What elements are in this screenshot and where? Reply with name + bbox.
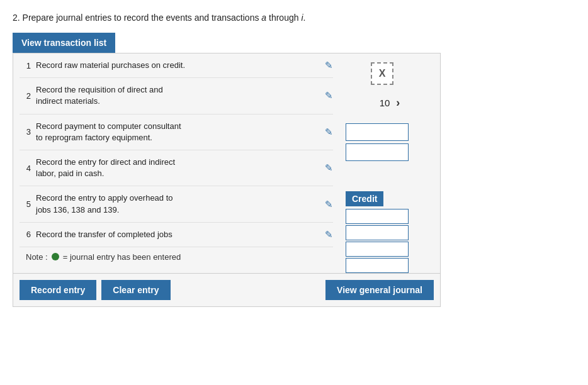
list-item: 6 Record the transfer of completed jobs … [20, 223, 333, 247]
next-page-button[interactable]: › [396, 96, 400, 109]
transaction-list: 1 Record raw material purchases on credi… [13, 53, 339, 273]
edit-icon[interactable]: ✎ [325, 162, 333, 174]
credit-input-4[interactable] [346, 258, 409, 273]
item-number: 4 [20, 164, 31, 173]
footer-buttons: Record entry Clear entry View general jo… [13, 273, 440, 306]
item-desc: Record the entry to apply overhead tojob… [36, 192, 316, 215]
view-transaction-button[interactable]: View transaction list [13, 33, 115, 53]
close-button[interactable]: X [371, 62, 393, 85]
page-number: 10 [380, 98, 390, 108]
list-item: 1 Record raw material purchases on credi… [20, 53, 333, 78]
item-desc: Record payment to computer consultantto … [36, 121, 316, 143]
content-area: 1 Record raw material purchases on credi… [13, 53, 440, 273]
main-panel: 1 Record raw material purchases on credi… [13, 53, 441, 307]
item-desc: Record the entry for direct and indirect… [36, 157, 316, 179]
edit-icon[interactable]: ✎ [325, 126, 333, 138]
list-item: 3 Record payment to computer consultantt… [20, 114, 333, 150]
record-entry-button[interactable]: Record entry [20, 280, 96, 300]
credit-input-1[interactable] [346, 209, 409, 224]
edit-icon[interactable]: ✎ [325, 199, 333, 210]
credit-label: Credit [346, 191, 383, 206]
item-number: 5 [20, 199, 31, 209]
edit-icon[interactable]: ✎ [325, 60, 333, 71]
note-label: Note : [26, 252, 48, 262]
item-number: 1 [20, 61, 31, 70]
credit-inputs [346, 209, 409, 273]
credit-input-3[interactable] [346, 242, 409, 257]
debit-input-2[interactable] [346, 143, 409, 161]
list-item: 2 Record the requisition of direct andin… [20, 78, 333, 114]
right-panel-inner: X 10 › Credit [339, 53, 440, 273]
debit-inputs [339, 116, 409, 162]
item-desc: Record the requisition of direct andindi… [36, 84, 316, 107]
item-number: 3 [20, 127, 31, 137]
page-nav: 10 › [339, 90, 440, 116]
right-panel: X 10 › Credit [339, 53, 440, 273]
item-desc: Record the transfer of completed jobs [36, 229, 316, 240]
view-general-journal-button[interactable]: View general journal [325, 280, 434, 300]
list-item: 4 Record the entry for direct and indire… [20, 150, 333, 186]
item-desc: Record raw material purchases on credit. [36, 60, 316, 71]
list-item: 5 Record the entry to apply overhead toj… [20, 186, 333, 222]
instruction-text: 2. Prepare journal entries to record the… [13, 13, 575, 23]
item-number: 6 [20, 230, 31, 239]
debit-input-1[interactable] [346, 123, 409, 141]
credit-input-2[interactable] [346, 225, 409, 240]
edit-icon[interactable]: ✎ [325, 229, 333, 240]
credit-section: Credit [339, 166, 409, 273]
note-text: = journal entry has been entered [63, 252, 181, 262]
clear-entry-button[interactable]: Clear entry [101, 280, 170, 300]
note-row: Note : = journal entry has been entered [20, 247, 333, 267]
item-number: 2 [20, 91, 31, 101]
edit-icon[interactable]: ✎ [325, 90, 333, 101]
note-dot-icon [52, 253, 59, 260]
